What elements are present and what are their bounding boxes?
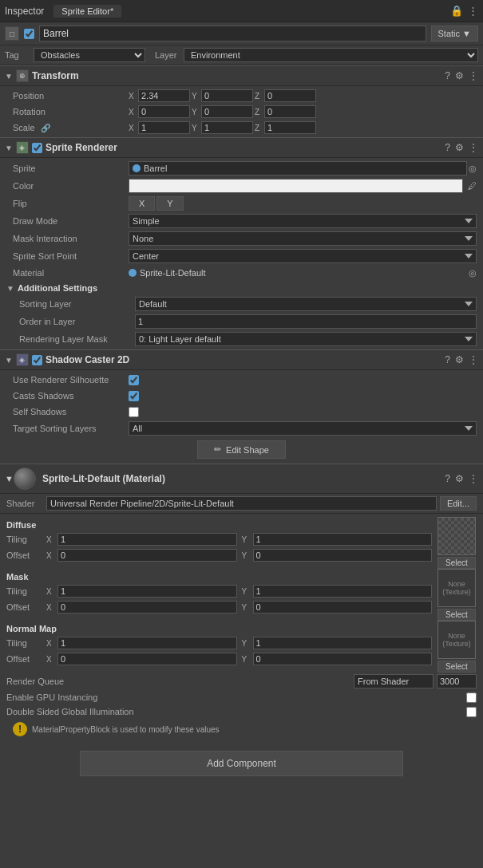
transform-settings-icon[interactable]: ⚙ <box>455 70 464 81</box>
object-active-checkbox[interactable] <box>24 29 34 39</box>
diffuse-offset-xy: X Y <box>46 549 432 562</box>
eyedropper-icon[interactable]: 🖊 <box>468 181 477 191</box>
add-component-area: Add Component <box>0 743 483 784</box>
material-more-icon[interactable]: ⋮ <box>469 473 478 484</box>
flip-x-button[interactable]: X <box>129 196 155 211</box>
transform-help-icon[interactable]: ? <box>445 70 450 81</box>
use-renderer-checkbox[interactable] <box>129 375 139 385</box>
diffuse-tiling-y[interactable] <box>253 533 433 546</box>
material-select-icon[interactable]: ◎ <box>469 268 477 278</box>
edit-shape-button[interactable]: ✏ Edit Shape <box>197 440 286 459</box>
shader-edit-button[interactable]: Edit... <box>440 496 477 511</box>
rendering-layer-mask-value: 0: Light Layer default <box>135 332 477 346</box>
more-icon[interactable]: ⋮ <box>468 5 478 17</box>
scale-x[interactable] <box>138 121 190 134</box>
render-queue-value-input[interactable] <box>437 674 477 688</box>
target-sorting-select[interactable]: All <box>129 421 477 436</box>
mask-offset-y[interactable] <box>253 601 433 614</box>
self-shadows-checkbox[interactable] <box>129 407 139 417</box>
add-component-button[interactable]: Add Component <box>80 751 403 776</box>
normal-tiling-y[interactable] <box>253 637 433 649</box>
rotation-row: Rotation X Y Z <box>0 104 483 120</box>
material-help-icon[interactable]: ? <box>445 473 450 484</box>
diffuse-offset-y[interactable] <box>253 549 433 562</box>
object-name-input[interactable]: Barrel <box>39 26 426 41</box>
sprite-sort-point-select[interactable]: Center <box>129 249 477 263</box>
double-sided-checkbox[interactable] <box>466 707 477 717</box>
diffuse-thumb: Select <box>437 517 477 569</box>
static-button[interactable]: Static ▼ <box>431 26 478 41</box>
self-shadows-row: Self Shadows <box>0 404 483 420</box>
diffuse-offset-x[interactable] <box>57 549 237 562</box>
mask-fields: Mask Tiling X Y Offset X Y <box>6 569 432 621</box>
diffuse-label: Diffuse <box>6 517 432 531</box>
double-sided-row: Double Sided Global Illumination <box>6 704 477 719</box>
position-x[interactable] <box>138 89 190 102</box>
position-z[interactable] <box>264 89 316 102</box>
scale-link-icon: 🔗 <box>41 124 50 132</box>
shader-select[interactable]: Universal Render Pipeline/2D/Sprite-Lit-… <box>46 496 437 511</box>
position-label: Position <box>13 91 129 101</box>
sprite-sort-point-row: Sprite Sort Point Center <box>0 247 483 265</box>
sprite-renderer-section-header[interactable]: ▼ ◈ Sprite Renderer ? ⚙ ⋮ <box>0 137 483 158</box>
diffuse-tiling-x[interactable] <box>57 533 237 546</box>
sprite-field[interactable]: Barrel <box>129 161 467 176</box>
mask-select-button[interactable]: Select <box>437 609 476 621</box>
transform-more-icon[interactable]: ⋮ <box>469 70 478 81</box>
material-section-header[interactable]: ▼ Sprite-Lit-Default (Material) ? ⚙ ⋮ <box>0 464 483 494</box>
normal-select-button[interactable]: Select <box>437 661 476 673</box>
shadow-caster-more-icon[interactable]: ⋮ <box>469 354 478 365</box>
shadow-caster-settings-icon[interactable]: ⚙ <box>455 354 464 365</box>
sprite-value: Barrel ◎ <box>129 161 477 176</box>
sprite-renderer-checkbox[interactable] <box>32 143 42 153</box>
flip-value: X Y <box>129 196 477 211</box>
rotation-y[interactable] <box>201 105 253 118</box>
mask-texture-preview[interactable]: None (Texture) <box>437 569 476 607</box>
additional-settings-header[interactable]: ▼ Additional Settings <box>0 281 483 295</box>
shadow-caster-section-header[interactable]: ▼ ◈ Shadow Caster 2D ? ⚙ ⋮ <box>0 349 483 370</box>
scale-y[interactable] <box>201 121 253 134</box>
sprite-editor-tab[interactable]: Sprite Editor* <box>53 5 121 18</box>
sprite-renderer-settings-icon[interactable]: ⚙ <box>455 142 464 153</box>
shadow-caster-checkbox[interactable] <box>32 355 42 365</box>
rotation-z[interactable] <box>264 105 316 118</box>
tag-label: Tag <box>5 50 29 60</box>
diffuse-select-button[interactable]: Select <box>437 557 476 569</box>
normal-offset-y[interactable] <box>253 653 433 665</box>
sprite-renderer-more-icon[interactable]: ⋮ <box>469 142 478 153</box>
scale-z[interactable] <box>264 121 316 134</box>
gpu-instancing-label: Enable GPU Instancing <box>6 692 466 702</box>
lock-icon[interactable]: 🔒 <box>450 5 463 17</box>
tag-select[interactable]: Obstacles <box>34 48 145 62</box>
color-row: Color 🖊 <box>0 177 483 195</box>
flip-y-button[interactable]: Y <box>156 196 183 211</box>
diffuse-texture-preview[interactable] <box>437 517 476 555</box>
normal-tiling-x[interactable] <box>57 637 237 649</box>
position-y[interactable] <box>201 89 253 102</box>
normal-texture-preview[interactable]: None (Texture) <box>437 621 476 659</box>
shadow-caster-help-icon[interactable]: ? <box>445 354 450 365</box>
sorting-layer-select[interactable]: Default <box>135 297 477 311</box>
color-field[interactable] <box>129 179 463 193</box>
layer-select[interactable]: Environment <box>184 48 478 62</box>
rendering-layer-mask-select[interactable]: 0: Light Layer default <box>135 332 477 346</box>
order-in-layer-input[interactable] <box>135 314 477 329</box>
normal-offset-x[interactable] <box>57 653 237 665</box>
use-renderer-row: Use Renderer Silhouette <box>0 372 483 388</box>
draw-mode-select[interactable]: Simple <box>129 214 477 228</box>
sprite-renderer-help-icon[interactable]: ? <box>445 142 450 153</box>
gpu-instancing-checkbox[interactable] <box>466 692 477 703</box>
rotation-x[interactable] <box>138 105 190 118</box>
mask-tiling-y[interactable] <box>253 585 433 598</box>
render-queue-from-select[interactable]: From Shader <box>354 674 434 688</box>
shader-row: Shader Universal Render Pipeline/2D/Spri… <box>0 494 483 514</box>
mask-interaction-select[interactable]: None <box>129 231 477 246</box>
casts-shadows-value <box>129 391 477 401</box>
material-settings-icon[interactable]: ⚙ <box>455 473 464 484</box>
flip-label: Flip <box>13 199 129 208</box>
casts-shadows-checkbox[interactable] <box>129 391 139 401</box>
mask-offset-x[interactable] <box>57 601 237 614</box>
sprite-select-icon[interactable]: ◎ <box>469 164 477 174</box>
mask-tiling-x[interactable] <box>57 585 237 598</box>
transform-section-header[interactable]: ▼ ⊕ Transform ? ⚙ ⋮ <box>0 65 483 86</box>
